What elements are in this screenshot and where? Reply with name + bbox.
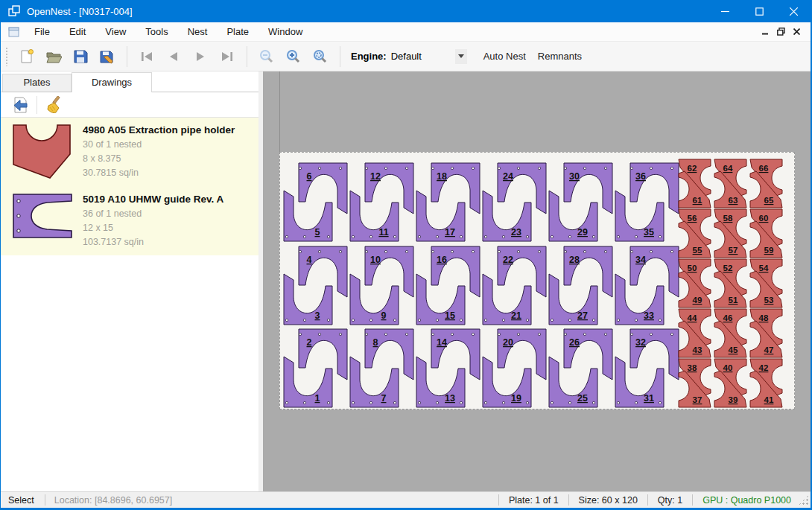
nest-pair-red[interactable]: 6059 [750,209,782,258]
status-qty: Qty: 1 [648,495,692,506]
plate[interactable]: 6512111817242330293635431091615222128273… [279,152,795,409]
part-number: 1 [315,393,320,404]
menu-file[interactable]: File [25,23,60,40]
part-number: 26 [569,337,580,348]
part-number: 39 [729,395,738,404]
part-number: 23 [511,227,521,238]
engine-select[interactable]: Default [391,51,455,62]
nest-pair-red[interactable]: 6261 [679,159,711,208]
save-button[interactable] [69,45,92,68]
part-number: 2 [307,337,312,348]
nest-pair-purple[interactable]: 3433 [615,246,679,325]
clear-button[interactable] [43,95,64,115]
auto-nest-button[interactable]: Auto Nest [478,47,532,66]
next-plate-button[interactable] [189,45,212,68]
nest-pair-purple[interactable]: 1413 [416,329,480,407]
close-button[interactable] [776,0,811,22]
part-number: 56 [688,214,697,223]
open-button[interactable] [42,45,65,68]
nest-pair-purple[interactable]: 2827 [549,246,612,325]
part-number: 28 [569,255,580,265]
part-number: 44 [688,313,697,322]
part-number: 60 [759,214,769,223]
nest-pair-red[interactable]: 4039 [714,359,746,407]
nest-pair-red[interactable]: 6463 [714,159,746,208]
nest-canvas[interactable]: 6512111817242330293635431091615222128273… [263,71,811,491]
left-panel: Plates Drawings [1,71,263,491]
drawings-toolbar [1,92,258,118]
previous-plate-button[interactable] [162,45,185,68]
zoom-fit-button[interactable] [309,45,332,68]
zoom-out-button[interactable] [256,45,278,68]
nest-pair-red[interactable]: 4241 [750,359,782,407]
nest-pair-purple[interactable]: 1817 [416,163,480,241]
last-plate-button[interactable] [216,45,238,68]
nest-pair-purple[interactable]: 2019 [483,329,546,407]
nest-pair-red[interactable]: 5049 [679,259,711,307]
document-window-icon[interactable] [8,26,20,38]
part-number: 11 [378,227,388,238]
part-number: 33 [644,310,654,321]
part-number: 47 [764,345,774,354]
nest-pair-red[interactable]: 5251 [714,259,746,307]
minimize-button[interactable] [708,0,742,22]
nest-pair-purple[interactable]: 43 [284,246,347,325]
nest-pair-purple[interactable]: 87 [350,329,413,407]
nest-pair-purple[interactable]: 21 [284,329,347,407]
app-icon [7,4,21,18]
tab-plates[interactable]: Plates [2,74,72,92]
part-number: 5 [315,227,320,238]
nest-pair-red[interactable]: 4645 [714,309,746,357]
menu-window[interactable]: Window [258,23,312,40]
part-number: 36 [635,171,646,182]
nest-pair-purple[interactable]: 3635 [615,163,679,241]
zoom-in-button[interactable] [282,45,305,68]
toolbar-grip[interactable] [5,47,9,66]
part-number: 31 [644,393,654,404]
nest-pair-purple[interactable]: 65 [284,163,347,241]
save-as-button[interactable] [96,45,118,68]
nest-pair-red[interactable]: 4443 [679,309,711,357]
maximize-button[interactable] [742,0,776,22]
nest-pair-purple[interactable]: 1615 [416,246,480,325]
nest-pair-red[interactable]: 5453 [750,259,782,307]
menu-view[interactable]: View [95,23,136,40]
child-minimize-icon[interactable] [758,25,773,39]
drawing-item[interactable]: 4980 A05 Extraction pipe holder 30 of 1 … [1,118,258,187]
part-number: 18 [437,171,447,182]
nest-pair-purple[interactable]: 2221 [483,246,546,325]
nest-pair-purple[interactable]: 3231 [615,329,679,407]
child-close-icon[interactable] [789,25,805,39]
nest-pair-red[interactable]: 5655 [679,209,711,258]
nest-pair-purple[interactable]: 3029 [549,163,612,241]
menu-plate[interactable]: Plate [217,23,258,40]
nest-pair-purple[interactable]: 2423 [483,163,546,241]
nest-pair-red[interactable]: 3837 [679,359,711,407]
tab-drawings[interactable]: Drawings [72,72,152,92]
menu-edit[interactable]: Edit [60,23,95,40]
nest-pair-purple[interactable]: 2625 [549,329,612,407]
sheet-guide-line [279,71,280,153]
return-drawing-button[interactable] [10,95,31,115]
part-number: 24 [503,171,513,182]
new-button[interactable] [16,45,38,68]
nest-pair-purple[interactable]: 109 [350,246,413,325]
menu-nest[interactable]: Nest [178,23,218,40]
part-number: 19 [511,393,521,404]
nest-pair-red[interactable]: 4847 [750,309,782,357]
child-restore-icon[interactable] [773,25,789,39]
next-arrow-icon [192,48,209,65]
nest-pair-purple[interactable]: 1211 [350,163,413,241]
part-number: 29 [577,227,588,238]
nest-pair-red[interactable]: 6665 [750,159,782,208]
menu-tools[interactable]: Tools [136,23,177,40]
engine-dropdown-button[interactable] [455,49,467,64]
drawing-item[interactable]: 5019 A10 UHMW guide Rev. A 36 of 1 neste… [1,187,258,255]
new-file-icon [19,48,35,65]
nest-pair-red[interactable]: 5857 [714,209,746,258]
status-mode: Select [1,495,45,506]
app-window: OpenNest - [N0317-004] File Edit View To… [0,0,812,510]
resize-grip[interactable] [799,495,809,506]
first-plate-button[interactable] [136,45,158,68]
remnants-button[interactable]: Remnants [532,47,588,66]
